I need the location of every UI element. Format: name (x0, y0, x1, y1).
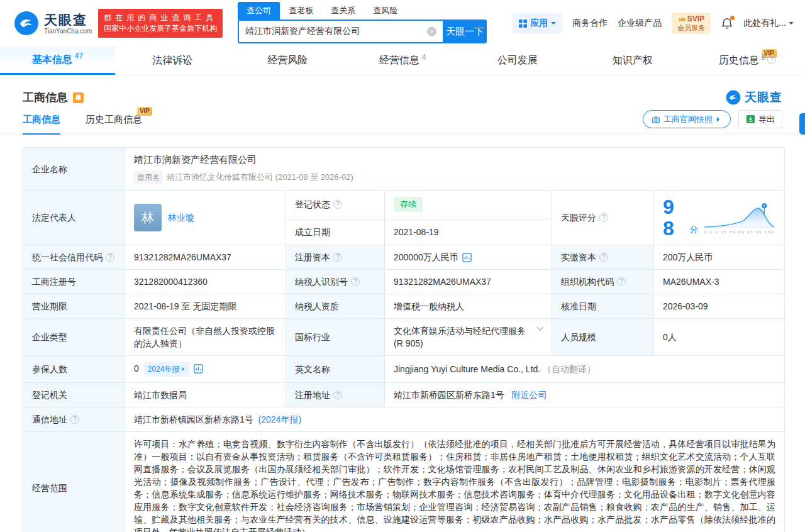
tianyancha-logo-icon (726, 90, 741, 105)
legal-rep-avatar[interactable]: 林 (134, 204, 162, 231)
crown-icon (679, 16, 686, 22)
reg-status-label: 登记状态? (286, 191, 385, 219)
insured-label: 参保人数 (23, 356, 125, 383)
former-name-tag: 曾用名 (134, 170, 163, 184)
subscribe-bell-icon[interactable] (73, 92, 84, 103)
capital-history-icon[interactable] (462, 253, 472, 262)
help-icon[interactable]: ? (599, 253, 608, 262)
tab-legal-litigation[interactable]: 法律诉讼 (115, 47, 230, 75)
row-insured: 参保人数 02024年报 英文名称 Jingjiang Yuyi Culture… (23, 356, 785, 383)
help-icon[interactable]: ? (106, 253, 114, 262)
svip-member-badge[interactable]: SVIP 会员服务 (672, 13, 711, 34)
apps-button[interactable]: 应用 (513, 13, 562, 33)
annual-report-link[interactable]: (2024年报) (258, 414, 301, 424)
reg-capital-label: 注册资本? (286, 245, 385, 270)
promo-line2: 国家中小企业发展子基金旗下机构 (104, 23, 217, 34)
tab-basic-info[interactable]: 基本信息 47 (0, 47, 115, 75)
annual-report-badge[interactable]: 2024年报 (144, 362, 190, 377)
tianyancha-logo[interactable]: 天眼查 TianYanCha.com (14, 11, 92, 36)
help-icon[interactable]: ? (767, 55, 776, 64)
tab-count: 8 (762, 53, 766, 62)
section-title: 工商信息 (23, 90, 68, 105)
former-name[interactable]: 靖江市渔忆文化传媒有限公司 (2021-08 至 2026-02) (167, 171, 353, 184)
reg-address-cell: 靖江市新桥园区新桥东路1号 附近公司 (385, 383, 785, 407)
row-business-scope: 经营范围 许可项目：水产养殖；电竞音视频、数字衍生内容制作（不含出版发行）（依法… (23, 432, 785, 532)
row-company-name: 企业名称 靖江市润新资产经营有限公司 曾用名 靖江市渔忆文化传媒有限公司 (20… (23, 148, 785, 191)
help-icon[interactable]: ? (70, 415, 79, 424)
insured-history-icon[interactable] (194, 364, 203, 374)
row-business-term: 营业期限 2021-08-19 至 无固定期限 纳税人资质 增值税一般纳税人 核… (23, 294, 785, 319)
help-icon[interactable]: ? (351, 277, 360, 286)
tab-company-development[interactable]: 公司发展 (460, 47, 575, 75)
caret-down-icon (551, 22, 556, 27)
business-term-value: 2021-08-19 至 无固定期限 (125, 294, 286, 319)
nearby-companies-link[interactable]: 附近公司 (511, 390, 547, 400)
insured-cell: 02024年报 (125, 356, 286, 383)
tab-label: 经营风险 (267, 54, 308, 67)
reg-status-cell: 存续 (385, 191, 552, 219)
taxpayer-quality-value: 增值税一般纳税人 (385, 294, 552, 319)
company-nav-tabs: 基本信息 47 法律诉讼 经营风险 经营信息 4 公司发展 知识产权 VIP 历… (0, 47, 805, 75)
legal-rep-name-link[interactable]: 林业璇 (168, 211, 194, 224)
industry-label: 国标行业 (286, 319, 385, 356)
reg-authority-value: 靖江市数据局 (125, 383, 286, 407)
header-nav: 应用 商务合作 企业级产品 SVIP 会员服务 此处有礼... (513, 13, 794, 34)
tab-operating-info[interactable]: 经营信息 4 (345, 47, 460, 75)
help-icon[interactable]: ? (599, 213, 608, 222)
score-label: 天眼评分? (552, 191, 654, 245)
help-icon[interactable]: ? (617, 277, 626, 286)
subtab-business-info[interactable]: 工商信息 (23, 111, 60, 134)
promo-line1: 都在用的商业查询工具 (104, 13, 217, 23)
export-button[interactable]: 导出 (738, 110, 782, 128)
search-input[interactable] (238, 19, 443, 43)
score-axis-labels: 0 1 3 15 50 80 97 99 100 (704, 230, 774, 234)
reg-capital-cell: 200000万人民币 (385, 245, 552, 270)
help-icon[interactable]: ? (333, 391, 342, 399)
legal-rep-cell: 林 林业璇 (125, 191, 286, 245)
notification-bell-icon[interactable] (721, 17, 733, 30)
row-reg-number: 工商注册号 321282000412360 纳税人识别号? 91321282MA… (23, 270, 785, 294)
brand-watermark: 天眼查 (726, 89, 782, 106)
tab-history-info[interactable]: VIP 历史信息 8 ? (690, 47, 805, 75)
establish-date-value: 2021-08-19 (385, 219, 552, 245)
subtab-history-business-info[interactable]: VIP 历史工商信息 (86, 111, 142, 134)
gift-link[interactable]: 此处有礼... (743, 18, 794, 29)
search-tab-company[interactable]: 查公司 (238, 2, 280, 19)
reg-authority-label: 登记机关 (23, 383, 125, 407)
search-tab-boss[interactable]: 查老板 (280, 2, 322, 19)
industry-cell: 文化体育娱乐活动与经纪代理服务(R 905) (385, 319, 552, 356)
side-floating-widget[interactable] (799, 113, 805, 135)
gift-label: 此处有礼... (743, 18, 786, 29)
search-tab-risk[interactable]: 查风险 (364, 2, 406, 19)
top-header: 天眼查 TianYanCha.com 都在用的商业查询工具 国家中小企业发展子基… (0, 0, 805, 47)
search-tab-relation[interactable]: 查关系 (322, 2, 364, 19)
row-company-type: 企业类型 有限责任公司（非自然人投资或控股的法人独资） 国标行业 文化体育娱乐活… (23, 319, 785, 356)
tab-label: 经营信息 (379, 54, 419, 67)
section-actions: 工商官网快照 导出 (643, 110, 782, 134)
search-button[interactable]: 天眼一下 (443, 19, 487, 43)
link-business-cooperation[interactable]: 商务合作 (572, 18, 608, 29)
row-credit-code: 统一社会信用代码? 91321282MA26UMAX37 注册资本? 20000… (23, 245, 785, 270)
tab-label: 基本信息 (32, 53, 72, 67)
promo-banner: 都在用的商业查询工具 国家中小企业发展子基金旗下机构 (98, 9, 223, 38)
brand-text: 天眼查 (745, 89, 782, 106)
insured-value: 0 (134, 363, 139, 374)
tab-operating-risk[interactable]: 经营风险 (230, 47, 345, 75)
taxpayer-id-label: 纳税人识别号? (286, 270, 385, 294)
snapshot-label: 工商官网快照 (663, 114, 713, 125)
tianyancha-logo-icon (14, 11, 39, 36)
caret-down-icon (789, 22, 794, 27)
chevron-down-icon[interactable] (536, 323, 543, 330)
official-snapshot-button[interactable]: 工商官网快照 (643, 110, 731, 128)
approval-date-value: 2026-03-09 (654, 294, 785, 319)
credit-code-label: 统一社会信用代码? (23, 245, 125, 270)
help-icon[interactable]: ? (333, 253, 342, 262)
org-code-value: MA26UMAX-3 (654, 270, 785, 294)
tab-intellectual-property[interactable]: 知识产权 (575, 47, 690, 75)
business-scope-label: 经营范围 (23, 432, 125, 532)
search-area: 查公司 查老板 查关系 查风险 × 天眼一下 (238, 3, 487, 43)
help-icon[interactable]: ? (333, 200, 342, 209)
clear-icon[interactable]: × (427, 27, 436, 36)
paid-capital-label: 实缴资本? (552, 245, 654, 270)
link-enterprise-products[interactable]: 企业级产品 (618, 18, 662, 29)
